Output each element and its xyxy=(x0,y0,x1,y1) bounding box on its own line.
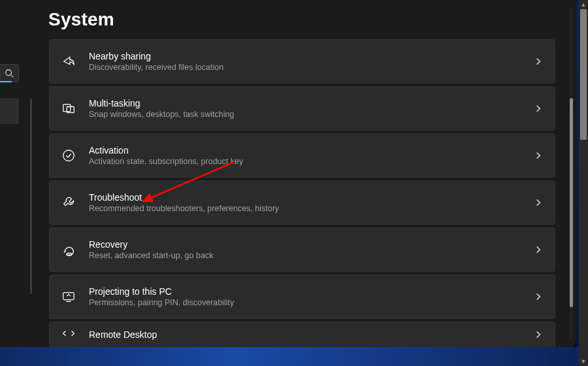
row-sub: Reset, advanced start-up, go back xyxy=(89,251,213,260)
row-sub: Recommended troubleshooters, preferences… xyxy=(89,204,279,213)
remote-icon xyxy=(61,327,76,342)
search-icon xyxy=(5,69,14,78)
project-icon xyxy=(61,290,76,304)
settings-list: Nearby sharing Discoverability, received… xyxy=(49,39,555,347)
scroll-up-icon[interactable]: ▲ xyxy=(579,0,588,9)
row-projecting[interactable]: Projecting to this PC Permissions, pairi… xyxy=(49,274,555,319)
row-title: Multi-tasking xyxy=(89,98,234,108)
recovery-icon xyxy=(61,242,76,257)
row-multi-tasking[interactable]: Multi-tasking Snap windows, desktops, ta… xyxy=(49,86,555,131)
windows-icon xyxy=(61,101,76,116)
svg-rect-5 xyxy=(67,254,71,256)
row-sub: Snap windows, desktops, task switching xyxy=(89,110,234,119)
row-title: Recovery xyxy=(89,239,213,250)
chevron-right-icon xyxy=(534,330,543,339)
svg-point-4 xyxy=(63,150,74,161)
row-nearby-sharing[interactable]: Nearby sharing Discoverability, received… xyxy=(49,39,555,84)
left-nav-collapsed xyxy=(0,0,20,347)
wrench-icon xyxy=(61,195,76,210)
nav-item-system[interactable] xyxy=(0,98,19,124)
chevron-right-icon xyxy=(534,104,543,113)
svg-rect-6 xyxy=(63,293,74,300)
row-title: Activation xyxy=(89,145,243,156)
row-troubleshoot[interactable]: Troubleshoot Recommended troubleshooters… xyxy=(49,180,555,225)
row-title: Remote Desktop xyxy=(89,329,157,340)
outer-scrollbar[interactable]: ▲ ▼ xyxy=(579,0,588,366)
row-sub: Discoverability, received files location xyxy=(89,63,223,72)
row-remote-desktop[interactable]: Remote Desktop xyxy=(49,322,555,347)
share-icon xyxy=(61,54,76,69)
row-recovery[interactable]: Recovery Reset, advanced start-up, go ba… xyxy=(49,227,555,272)
chevron-right-icon xyxy=(534,198,543,207)
chevron-right-icon xyxy=(534,245,543,254)
page-title: System xyxy=(48,9,114,30)
svg-point-0 xyxy=(6,70,12,76)
chevron-right-icon xyxy=(534,151,543,160)
row-title: Nearby sharing xyxy=(89,51,223,61)
search-button[interactable] xyxy=(0,64,19,82)
row-sub: Activation state, subscriptions, product… xyxy=(89,157,243,166)
scrollbar-thumb[interactable] xyxy=(570,98,573,307)
check-icon xyxy=(61,148,76,163)
svg-line-1 xyxy=(11,75,14,78)
outer-scrollbar-thumb[interactable] xyxy=(580,9,587,140)
section-marker xyxy=(30,98,32,294)
row-sub: Permissions, pairing PIN, discoverabilit… xyxy=(89,298,234,307)
chevron-right-icon xyxy=(534,292,543,301)
chevron-right-icon xyxy=(534,57,543,66)
row-title: Troubleshoot xyxy=(89,192,279,203)
scroll-down-icon[interactable]: ▼ xyxy=(579,357,588,366)
taskbar xyxy=(0,347,588,366)
row-activation[interactable]: Activation Activation state, subscriptio… xyxy=(49,133,555,178)
settings-window: System Nearby sharing Discoverability, r… xyxy=(0,0,576,347)
row-title: Projecting to this PC xyxy=(89,286,234,297)
